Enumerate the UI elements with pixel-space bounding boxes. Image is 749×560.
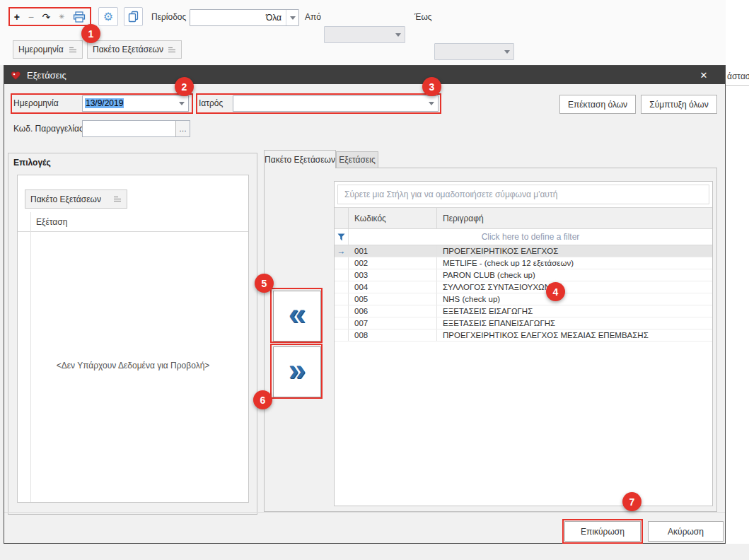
row-indicator: → [335,245,349,257]
date-combobox[interactable]: 13/9/2019 [82,95,189,112]
chevron-down-icon[interactable] [175,96,188,111]
confirm-button[interactable]: Επικύρωση [564,521,641,542]
move-left-button[interactable]: « [273,291,321,342]
sort-icon [113,196,122,202]
add-icon[interactable]: + [14,12,20,22]
exams-dialog: Εξετάσεις ✕ Ημερομηνία 13/9/2019 Ιατρός … [4,65,726,544]
options-groupbox: Επιλογές Πακέτο Εξετάσεων Εξέταση <Δεν Υ… [8,153,257,515]
row-code: 007 [349,317,437,329]
grid-row[interactable]: 007 ΕΞΕΤΑΣΕΙΣ ΕΠΑΝΕΙΣΑΓΩΓΗΣ [335,317,712,329]
row-desc: ΕΞΕΤΑΣΕΙΣ ΕΙΣΑΓΩΓΗΣ [437,305,712,317]
to-label: Έως [414,12,432,22]
settings-button[interactable]: ⚙ [98,7,118,26]
row-desc: PARON CLUB (check up) [437,269,712,281]
row-indicator [335,293,349,305]
annotation-badge-4: 4 [546,282,565,301]
selected-group-header[interactable]: Πακέτο Εξετάσεων [25,189,127,209]
annotation-badge-1: 1 [81,24,100,43]
cancel-button[interactable]: Ακύρωση [648,521,724,542]
selected-list: Πακέτο Εξετάσεων Εξέταση <Δεν Υπάρχουν Δ… [17,175,249,503]
package-tab-panel: « » Σύρετε μια Στήλη για να ομαδοποιήσετ… [264,168,717,512]
column-header-code[interactable]: Κωδικός [349,208,437,228]
order-code-input[interactable]: … [82,120,190,137]
asterisk-icon[interactable]: ✳ [59,13,64,21]
grid-row[interactable]: 006 ΕΞΕΤΑΣΕΙΣ ΕΙΣΑΓΩΓΗΣ [335,305,712,317]
group-header-package-label: Πακέτο Εξετάσεων [93,45,163,54]
grid-row[interactable]: 005 NHS (check up) [335,293,712,305]
group-header-date-label: Ημερομηνία [18,45,64,54]
chevron-down-icon[interactable] [286,10,298,25]
row-code: 006 [349,305,437,317]
screenshot-root: + − ↷ ✳ ⚙ Περίοδος Όλα Από Έως [0,0,749,560]
filter-icon[interactable] [335,229,349,245]
collapse-all-button[interactable]: Σύμπτυξη όλων [641,95,717,114]
row-desc: ΠΡΟΕΓΧΕΙΡΗΤΙΚΟΣ ΕΛΕΓΧΟΣ ΜΕΣΑΙΑΣ ΕΠΕΜΒΑΣΗ… [437,329,712,341]
background-partial-column: άσταση [727,71,749,81]
footer-divider [4,512,725,513]
background-divider [726,85,749,86]
options-title: Επιλογές [13,158,51,168]
double-right-chevron-icon: » [289,354,306,385]
group-header-date[interactable]: Ημερομηνία [13,40,83,59]
filter-row[interactable]: Click here to define a filter [335,229,712,245]
copy-icon [128,11,139,23]
redo-icon[interactable]: ↷ [42,12,51,22]
filter-hint-text: Click here to define a filter [349,229,712,245]
row-desc: ΕΞΕΤΑΣΕΙΣ ΕΠΑΝΕΙΣΑΓΩΓΗΣ [437,317,712,329]
row-desc: NHS (check up) [437,293,712,305]
expand-all-button[interactable]: Επέκταση όλων [559,95,636,114]
row-indicator [335,329,349,341]
empty-data-text: <Δεν Υπάρχουν Δεδομένα για Προβολή> [18,361,248,371]
close-icon[interactable]: ✕ [692,66,715,84]
row-desc: ΣΥΛΛΟΓΟΣ ΣΥΝΤΑΞΙΟΥΧΩΝ [437,281,712,293]
grid-row[interactable]: 003 PARON CLUB (check up) [335,269,712,281]
grid-row[interactable]: → 001 ΠΡΟΕΓΧΕΙΡΗΤΙΚΟΣ ΕΛΕΓΧΟΣ [335,245,712,257]
gear-icon: ⚙ [103,11,113,23]
double-left-chevron-icon: « [289,298,306,329]
heart-logo-icon [10,70,21,81]
print-icon[interactable] [73,11,86,23]
sort-icon [168,47,176,53]
chevron-down-icon [501,44,513,59]
period-label: Περίοδος [151,12,186,22]
grid-row[interactable]: 008 ΠΡΟΕΓΧΕΙΡΗΤΙΚΟΣ ΕΛΕΓΧΟΣ ΜΕΣΑΙΑΣ ΕΠΕΜ… [335,329,712,342]
period-combobox[interactable]: Όλα [190,9,299,26]
grid-row[interactable]: 004 ΣΥΛΛΟΓΟΣ ΣΥΝΤΑΞΙΟΥΧΩΝ [335,281,712,293]
row-code: 003 [349,269,437,281]
move-right-button[interactable]: » [273,346,321,397]
ellipsis-button[interactable]: … [175,121,190,136]
date-value: 13/9/2019 [85,98,124,108]
selected-column-label: Εξέταση [36,217,67,227]
copy-button[interactable] [124,7,143,26]
doctor-label: Ιατρός [199,98,223,108]
annotation-badge-7: 7 [622,492,641,511]
annotation-badge-2: 2 [175,77,194,96]
header-indicator-cell [335,208,349,228]
row-indicator [335,269,349,281]
grid-row[interactable]: 002 METLIFE - (check up 12 εξετάσεων) [335,257,712,269]
chevron-down-icon[interactable] [425,96,438,111]
row-indicator [335,257,349,269]
doctor-combobox[interactable] [233,95,439,112]
tab-exams[interactable]: Εξετάσεις [336,151,378,168]
row-code: 001 [349,245,437,257]
column-header-description[interactable]: Περιγραφή [437,208,712,228]
group-header-package[interactable]: Πακέτο Εξετάσεων [87,40,182,59]
row-code: 008 [349,329,437,341]
period-value: Όλα [266,13,281,23]
grid-rows: → 001 ΠΡΟΕΓΧΕΙΡΗΤΙΚΟΣ ΕΛΕΓΧΟΣ 002 METLIF… [335,245,712,506]
row-code: 004 [349,281,437,293]
selected-column-header[interactable]: Εξέταση [18,212,248,232]
dialog-title: Εξετάσεις [27,70,66,81]
from-label: Από [305,12,321,22]
row-code: 002 [349,257,437,269]
tab-package[interactable]: Πακέτο Εξετάσεων [264,150,336,168]
row-indicator [335,317,349,329]
annotation-badge-5: 5 [255,274,274,293]
row-indicator-column [30,212,31,502]
dialog-titlebar[interactable]: Εξετάσεις ✕ [4,66,725,84]
remove-icon[interactable]: − [28,12,34,22]
row-code: 005 [349,293,437,305]
order-code-label: Κωδ. Παραγγελίας [13,124,83,134]
to-combobox [434,43,514,60]
